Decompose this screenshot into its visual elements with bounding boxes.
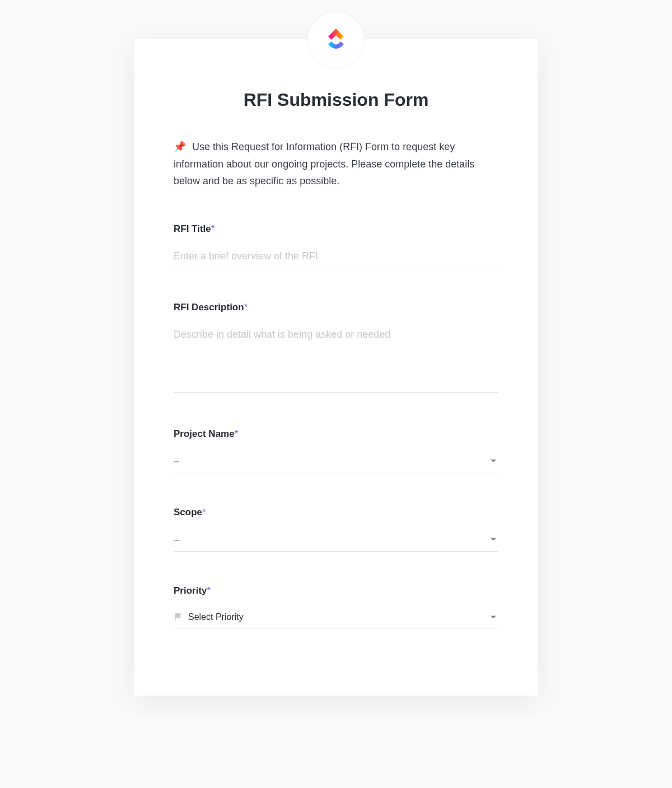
- form-container: RFI Submission Form 📌 Use this Request f…: [134, 39, 538, 696]
- scope-label: Scope*: [174, 507, 498, 518]
- flag-icon: [174, 613, 183, 622]
- priority-placeholder: Select Priority: [188, 612, 244, 622]
- scope-select[interactable]: –: [174, 528, 498, 552]
- chevron-down-icon: [491, 538, 496, 541]
- field-scope: Scope* –: [174, 507, 498, 552]
- field-rfi-title: RFI Title*: [174, 223, 498, 268]
- chevron-down-icon: [491, 460, 496, 463]
- required-asterisk: *: [211, 223, 215, 234]
- required-asterisk: *: [235, 428, 239, 439]
- form-description-text: Use this Request for Information (RFI) F…: [174, 141, 474, 186]
- required-asterisk: *: [244, 302, 248, 313]
- project-name-label: Project Name*: [174, 428, 498, 440]
- form-description: 📌 Use this Request for Information (RFI)…: [174, 138, 498, 190]
- field-priority: Priority* Select Priority: [174, 585, 498, 628]
- chevron-down-icon: [491, 616, 496, 618]
- form-title: RFI Submission Form: [174, 90, 498, 110]
- project-name-value: –: [174, 455, 179, 467]
- rfi-description-label: RFI Description*: [174, 302, 498, 313]
- required-asterisk: *: [202, 507, 206, 517]
- clickup-logo-icon: [323, 26, 349, 53]
- pushpin-icon: 📌: [174, 138, 186, 156]
- rfi-title-label: RFI Title*: [174, 223, 498, 235]
- scope-value: –: [174, 534, 179, 545]
- project-name-select[interactable]: –: [174, 450, 498, 473]
- priority-label: Priority*: [174, 585, 498, 596]
- field-rfi-description: RFI Description*: [174, 302, 498, 395]
- rfi-description-input[interactable]: [174, 323, 498, 393]
- required-asterisk: *: [207, 585, 211, 596]
- logo-circle: [307, 11, 365, 68]
- rfi-title-input[interactable]: [174, 245, 498, 268]
- field-project-name: Project Name* –: [174, 428, 498, 473]
- priority-select[interactable]: Select Priority: [174, 607, 498, 628]
